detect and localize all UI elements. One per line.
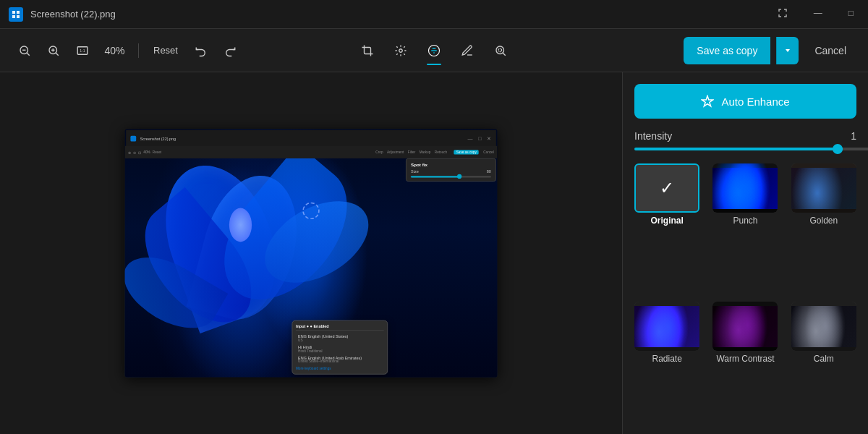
svg-point-15	[498, 48, 502, 52]
input-more: More keyboard settings	[296, 367, 384, 371]
filter-item-calm[interactable]: Calm	[786, 297, 862, 434]
inner-app-titlebar: Screenshot (22).png — □ ✕	[126, 130, 496, 147]
screenshot-container: Screenshot (22).png — □ ✕ ⊕ ⊖ ⊡ 40% Rese…	[125, 129, 498, 377]
divider	[138, 43, 139, 58]
filter-grid: ✓ Original Punch	[623, 159, 868, 434]
auto-enhance-button[interactable]: Auto Enhance	[634, 84, 856, 119]
filter-label-golden: Golden	[809, 216, 838, 226]
svg-point-13	[399, 48, 403, 52]
save-copy-button[interactable]: Save as copy	[684, 37, 770, 64]
filter-item-radiate[interactable]: Radiate	[629, 297, 705, 434]
right-panel: Auto Enhance Intensity 1 ✓ Original	[622, 72, 868, 434]
svg-rect-0	[12, 11, 15, 14]
main-content: Screenshot (22).png — □ ✕ ⊕ ⊖ ⊡ 40% Rese…	[0, 72, 868, 434]
svg-line-5	[27, 53, 30, 56]
filter-thumb-calm	[791, 302, 856, 351]
fit-window-button[interactable]: 1:1	[69, 38, 95, 64]
canvas-area[interactable]: Screenshot (22).png — □ ✕ ⊕ ⊖ ⊡ 40% Rese…	[0, 72, 622, 434]
svg-rect-1	[17, 11, 20, 14]
inner-save-btn: Save as copy	[454, 150, 479, 154]
maximize-btn[interactable]: □	[843, 5, 859, 23]
filter-thumb-warm-contrast	[712, 302, 778, 351]
redo-button[interactable]	[217, 38, 243, 64]
filter-thumb-punch	[712, 163, 778, 213]
input-item-1: ENG English (United States) US	[296, 333, 384, 344]
remove-tool-button[interactable]	[485, 35, 516, 67]
input-popup: Input ● ● Enabled ENG English (United St…	[292, 320, 388, 375]
filter-item-original[interactable]: ✓ Original	[629, 159, 705, 296]
crop-tool-button[interactable]	[352, 35, 383, 67]
intensity-label: Intensity	[634, 130, 843, 142]
save-copy-dropdown-button[interactable]	[776, 37, 799, 64]
svg-rect-3	[17, 15, 20, 18]
zoom-in-button[interactable]	[41, 38, 67, 64]
svg-line-8	[56, 53, 59, 56]
inner-app-toolbar: ⊕ ⊖ ⊡ 40% Reset Crop Adjustment Filter M…	[125, 146, 498, 158]
window-controls: — □	[772, 5, 859, 23]
filter-thumb-golden	[791, 163, 856, 213]
selection-circle	[302, 203, 319, 219]
input-item-3: ENG English (United Arab Emirates) Unite…	[296, 354, 384, 365]
zoom-out-button[interactable]	[12, 38, 38, 64]
spot-fix-slider	[411, 176, 491, 177]
undo-button[interactable]	[188, 38, 214, 64]
svg-point-14	[496, 46, 504, 54]
svg-text:1:1: 1:1	[80, 48, 85, 53]
svg-rect-2	[12, 15, 15, 18]
reset-button[interactable]: Reset	[146, 41, 185, 60]
filter-label-calm: Calm	[814, 354, 834, 364]
title-bar: Screenshot (22).png — □	[0, 0, 868, 29]
selected-checkmark: ✓	[660, 178, 674, 198]
filter-label-warm-contrast: Warm Contrast	[716, 354, 774, 364]
toolbar-right: Save as copy Cancel	[684, 37, 856, 64]
filter-item-golden[interactable]: Golden	[786, 159, 862, 296]
intensity-row: Intensity 1	[623, 130, 868, 148]
win11-screenshot: Screenshot (22).png — □ ✕ ⊕ ⊖ ⊡ 40% Rese…	[125, 129, 498, 377]
filter-item-warm-contrast[interactable]: Warm Contrast	[707, 297, 783, 434]
filter-label-original: Original	[650, 216, 683, 226]
markup-tool-button[interactable]	[451, 35, 483, 67]
app-icon	[9, 7, 23, 22]
filter-label-punch: Punch	[733, 216, 757, 226]
input-item-2: Hi Hindi Hindi Traditional	[296, 344, 384, 354]
minimize-btn[interactable]: —	[808, 5, 828, 23]
filter-thumb-radiate	[634, 302, 699, 351]
toolbar-left: 1:1 40% Reset	[12, 38, 681, 64]
svg-line-16	[503, 53, 506, 56]
window-title: Screenshot (22).png	[30, 9, 772, 20]
zoom-level: 40%	[98, 45, 131, 56]
cancel-button[interactable]: Cancel	[804, 37, 856, 64]
adjust-tool-button[interactable]	[385, 35, 417, 67]
main-toolbar: 1:1 40% Reset	[0, 29, 868, 72]
expand-btn[interactable]	[772, 5, 793, 23]
intensity-thumb[interactable]	[833, 144, 843, 154]
toolbar-center	[352, 35, 516, 67]
intensity-slider[interactable]	[634, 148, 868, 150]
filter-label-radiate: Radiate	[652, 354, 681, 364]
filter-tool-button[interactable]	[418, 35, 450, 67]
intensity-value: 1	[851, 130, 856, 142]
spot-fix-popup: Spot fix Size 80	[406, 158, 496, 182]
filter-item-punch[interactable]: Punch	[707, 159, 783, 296]
filter-thumb-original: ✓	[634, 163, 699, 213]
